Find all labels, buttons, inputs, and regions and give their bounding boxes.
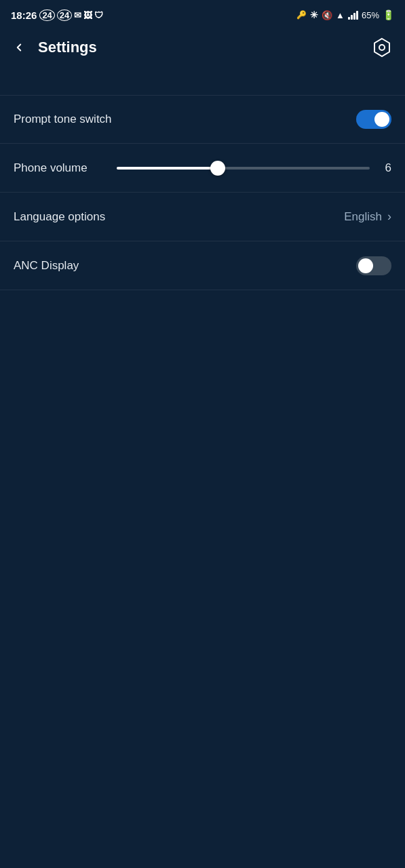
status-bar: 18:26 24 24 ✉ 🖼 🛡 🔑 ✳ 🔇 ▲ 65% 🔋 xyxy=(0,0,405,27)
anc-display-row[interactable]: ANC Display xyxy=(0,241,405,290)
volume-slider-track xyxy=(117,167,370,170)
settings-list: Prompt tone switch Phone volume 6 Langua… xyxy=(0,95,405,290)
spacer xyxy=(0,68,405,88)
phone-volume-label: Phone volume xyxy=(14,161,109,175)
icon-24-circle2: 24 xyxy=(57,9,72,21)
signal-bar-4 xyxy=(356,11,358,20)
svg-marker-0 xyxy=(374,39,389,56)
chevron-right-icon: › xyxy=(387,210,391,224)
battery-percent: 65% xyxy=(362,10,379,20)
mute-icon: 🔇 xyxy=(322,10,332,20)
prompt-tone-label: Prompt tone switch xyxy=(14,113,112,126)
wifi-icon: ▲ xyxy=(336,10,345,20)
anc-display-toggle-container xyxy=(356,256,391,275)
status-right: 🔑 ✳ 🔇 ▲ 65% 🔋 xyxy=(296,9,394,20)
language-options-row[interactable]: Language options English › xyxy=(0,193,405,241)
anc-display-toggle-knob xyxy=(358,258,373,273)
battery-icon: 🔋 xyxy=(383,9,394,20)
key-icon: 🔑 xyxy=(296,10,307,20)
volume-slider-thumb[interactable] xyxy=(210,161,225,176)
status-time: 18:26 xyxy=(11,9,37,21)
shield-icon: 🛡 xyxy=(94,10,103,20)
settings-hexagon-icon[interactable] xyxy=(370,35,394,60)
signal-bar-2 xyxy=(351,15,353,20)
signal-bars xyxy=(348,10,358,20)
svg-point-1 xyxy=(379,45,385,50)
signal-bar-3 xyxy=(353,13,355,20)
phone-volume-row[interactable]: Phone volume 6 xyxy=(0,144,405,193)
prompt-tone-toggle-container xyxy=(356,110,391,129)
prompt-tone-toggle-knob xyxy=(374,112,389,127)
prompt-tone-switch-row[interactable]: Prompt tone switch xyxy=(0,95,405,144)
anc-display-label: ANC Display xyxy=(14,259,79,273)
bluetooth-icon: ✳ xyxy=(310,9,318,20)
image-icon: 🖼 xyxy=(83,10,92,20)
language-options-label: Language options xyxy=(14,210,105,224)
anc-display-toggle[interactable] xyxy=(356,256,391,275)
status-icons-left: 24 24 ✉ 🖼 🛡 xyxy=(39,9,103,21)
back-button[interactable] xyxy=(7,35,31,60)
signal-bar-1 xyxy=(348,17,350,20)
icon-24-circle1: 24 xyxy=(39,9,54,21)
header: Settings xyxy=(0,27,405,68)
page-title: Settings xyxy=(38,39,363,56)
language-current-value: English xyxy=(344,210,382,224)
mail-icon: ✉ xyxy=(74,10,81,20)
status-left: 18:26 24 24 ✉ 🖼 🛡 xyxy=(11,9,103,21)
language-options-right: English › xyxy=(344,210,391,224)
volume-slider-fill xyxy=(117,167,218,170)
prompt-tone-toggle[interactable] xyxy=(356,110,391,129)
phone-volume-value: 6 xyxy=(378,161,391,175)
volume-slider-container[interactable] xyxy=(117,167,370,170)
